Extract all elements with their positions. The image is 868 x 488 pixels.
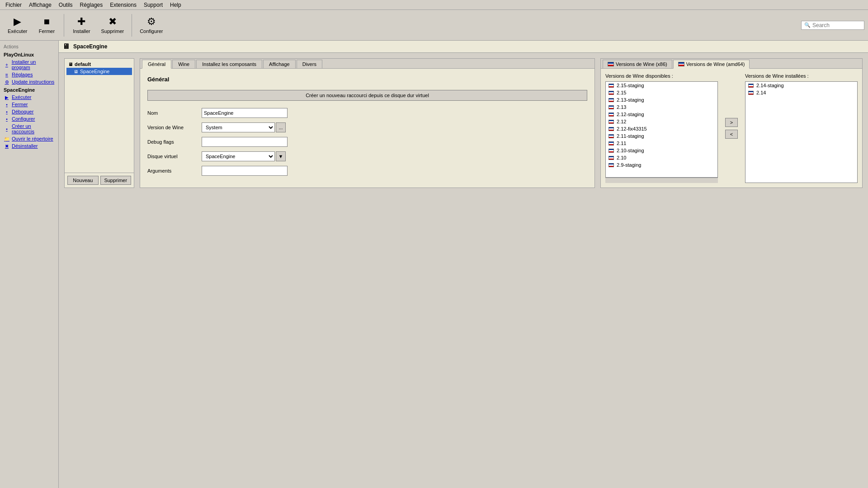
- wine-available-item[interactable]: 2.15-staging: [606, 82, 717, 89]
- sidebar-item-configurer[interactable]: ▪ Configurer: [0, 115, 58, 122]
- nouveau-button[interactable]: Nouveau: [67, 176, 99, 185]
- wine-tab-amd64[interactable]: Versions de Wine (amd64): [673, 60, 750, 69]
- wine-tab-x86[interactable]: Versions de Wine (x86): [603, 60, 672, 68]
- wine-available-item[interactable]: 2.11-staging: [606, 132, 717, 140]
- sidebar-executer-label: Exécuter: [12, 94, 31, 100]
- sidebar: Actions PlayOnLinux + Installer un progr…: [0, 41, 59, 488]
- wine-available-item[interactable]: 2.12-fix43315: [606, 125, 717, 132]
- arguments-input[interactable]: [202, 166, 288, 176]
- sidebar-item-deboquer[interactable]: ▪ Déboquer: [0, 108, 58, 115]
- wine-version-label: Version de Wine: [147, 125, 202, 130]
- wine-available-section: Versions de Wine disponibles : 2.15-stag…: [605, 73, 718, 183]
- wine-x86-label: Versions de Wine (x86): [616, 61, 667, 67]
- sidebar-item-executer[interactable]: ▶ Exécuter: [0, 94, 58, 101]
- wine-available-hscroll[interactable]: [605, 178, 718, 183]
- executer-button[interactable]: ▶ Exécuter: [4, 14, 31, 36]
- wine-available-item[interactable]: 2.13: [606, 103, 717, 111]
- creer-icon: ▪: [4, 127, 10, 131]
- wine-version-group: System ...: [202, 122, 286, 132]
- tab-general[interactable]: Général: [142, 60, 171, 69]
- disque-virtuel-select[interactable]: SpaceEngine: [202, 151, 275, 161]
- vdrive-spaceengine[interactable]: 🖥 SpaceEngine: [66, 68, 132, 75]
- supprimer-label: Supprimer: [101, 28, 124, 34]
- menu-outils[interactable]: Outils: [55, 1, 76, 9]
- folder-icon: 📁: [4, 136, 10, 141]
- sidebar-item-update[interactable]: ⚙ Update instructions: [0, 78, 58, 85]
- vdrive-default-icon: 🖥: [68, 62, 73, 67]
- menu-help[interactable]: Help: [166, 1, 185, 9]
- fermer-button[interactable]: ■ Fermer: [33, 14, 60, 36]
- sidebar-item-fermer[interactable]: ▪ Fermer: [0, 101, 58, 108]
- wine-available-item[interactable]: 2.10: [606, 154, 717, 161]
- nom-input[interactable]: [202, 108, 288, 118]
- wine-panel-tabs: Versions de Wine (x86) Versions de Wine …: [601, 59, 862, 69]
- wine-installed-list[interactable]: 2.14-staging 2.14: [745, 81, 858, 183]
- sidebar-ouvrir-label: Ouvrir le répertoire: [12, 136, 53, 141]
- disque-virtuel-browse-btn[interactable]: ▼: [276, 151, 286, 161]
- configurer-button[interactable]: ⚙ Configurer: [136, 14, 167, 36]
- vdrive-default[interactable]: 🖥 default: [66, 61, 132, 68]
- disque-virtuel-group: SpaceEngine ▼: [202, 151, 286, 161]
- fermer-side-icon: ▪: [4, 102, 10, 107]
- fermer-label: Fermer: [39, 28, 55, 34]
- vdrive-spaceengine-icon: 🖥: [74, 69, 78, 74]
- sidebar-item-installer-program[interactable]: + Installer un program: [0, 58, 58, 71]
- wine-available-item[interactable]: 2.12-staging: [606, 111, 717, 118]
- toolbar: ▶ Exécuter ■ Fermer ✚ Installer ✖ Suppri…: [0, 10, 868, 41]
- wine-panel-content: Versions de Wine disponibles : 2.15-stag…: [601, 69, 862, 188]
- vdrives-panel: 🖥 default 🖥 SpaceEngine Nouveau Supprime…: [64, 58, 134, 188]
- tab-wine[interactable]: Wine: [172, 60, 195, 68]
- wine-available-item[interactable]: 2.11: [606, 140, 717, 147]
- installer-button[interactable]: ✚ Installer: [68, 14, 95, 36]
- configure-panel: 🖥 default 🖥 SpaceEngine Nouveau Supprime…: [59, 53, 868, 193]
- search-box: 🔍: [801, 21, 864, 30]
- wine-version-select[interactable]: System: [202, 122, 275, 132]
- wine-version-row: Version de Wine System ...: [147, 122, 587, 132]
- menubar: Fichier Affichage Outils Réglages Extens…: [0, 0, 868, 10]
- vdrives-list: 🖥 default 🖥 SpaceEngine: [65, 59, 134, 173]
- wine-installed-item[interactable]: 2.14: [745, 89, 857, 96]
- sidebar-item-ouvrir[interactable]: 📁 Ouvrir le répertoire: [0, 135, 58, 142]
- sidebar-item-reglages[interactable]: ≡ Réglages: [0, 71, 58, 78]
- sidebar-update-label: Update instructions: [12, 79, 54, 84]
- sidebar-reglages-label: Réglages: [12, 72, 33, 77]
- wine-installed-label: Versions de Wine installées :: [745, 73, 858, 79]
- wine-available-item[interactable]: 2.10-staging: [606, 147, 717, 154]
- tab-affichage[interactable]: Affichage: [263, 60, 296, 68]
- debug-flags-input[interactable]: [202, 137, 288, 147]
- menu-extensions[interactable]: Extensions: [106, 1, 140, 9]
- supprimer-button[interactable]: ✖ Supprimer: [97, 14, 128, 36]
- wine-installed-section: Versions de Wine installées : 2.14-stagi…: [745, 73, 858, 183]
- wine-transfer-right-btn[interactable]: >: [725, 118, 738, 127]
- wine-transfer-buttons: > <: [722, 73, 741, 183]
- supprimer-vdrive-button[interactable]: Supprimer: [100, 176, 132, 185]
- sidebar-item-creer-raccourci[interactable]: ▪ Créer un raccourcis: [0, 122, 58, 135]
- debug-flags-row: Debug flags: [147, 137, 587, 147]
- menu-support[interactable]: Support: [140, 1, 166, 9]
- actions-label: Actions: [0, 42, 58, 50]
- nom-row: Nom: [147, 108, 587, 118]
- wine-installed-item[interactable]: 2.14-staging: [745, 82, 857, 89]
- wine-available-list[interactable]: 2.15-staging 2.15 2.13-staging 2.13 2.12…: [605, 81, 718, 178]
- arguments-row: Arguments: [147, 166, 587, 176]
- menu-reglages[interactable]: Réglages: [76, 1, 107, 9]
- search-input[interactable]: [812, 22, 861, 28]
- wine-available-item[interactable]: 2.12: [606, 118, 717, 125]
- general-title: Général: [147, 76, 587, 83]
- create-shortcut-button[interactable]: Créer un nouveau raccourci depuis ce dis…: [147, 90, 587, 101]
- fermer-icon: ■: [44, 17, 50, 27]
- menu-fichier[interactable]: Fichier: [2, 1, 25, 9]
- menu-affichage[interactable]: Affichage: [25, 1, 55, 9]
- wine-x86-flag: [608, 62, 614, 66]
- tab-installez-composants[interactable]: Installez les composants: [196, 60, 262, 68]
- executer-icon: ▶: [14, 17, 21, 27]
- tab-divers[interactable]: Divers: [297, 60, 322, 68]
- wine-available-item[interactable]: 2.13-staging: [606, 96, 717, 103]
- sidebar-configurer-label: Configurer: [12, 116, 35, 122]
- spaceengine-group-label: SpaceEngine: [0, 85, 58, 94]
- wine-transfer-left-btn[interactable]: <: [725, 130, 738, 139]
- sidebar-item-desinstaller[interactable]: ✖ Désinstaller: [0, 142, 58, 150]
- wine-available-item[interactable]: 2.15: [606, 89, 717, 96]
- wine-version-browse-btn[interactable]: ...: [276, 122, 286, 132]
- wine-available-item[interactable]: 2.9-staging: [606, 161, 717, 169]
